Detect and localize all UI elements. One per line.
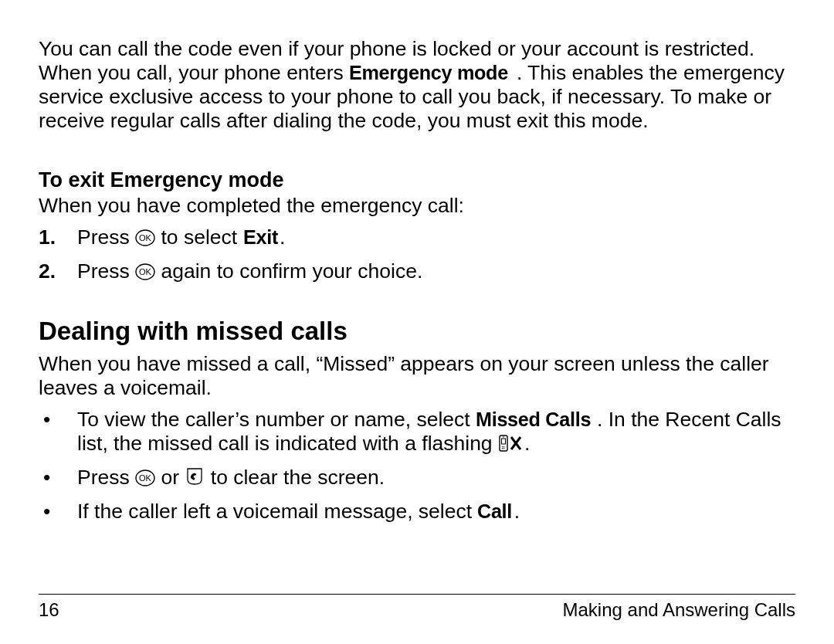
exit-mode-heading: To exit Emergency mode	[39, 133, 795, 194]
b2-pre: Press	[77, 466, 135, 489]
b2-post: to clear the screen.	[205, 466, 385, 489]
exit-lead-text: When you have completed the emergency ca…	[39, 194, 795, 218]
emergency-mode-term: Emergency mode	[349, 61, 508, 85]
b1-end: .	[524, 432, 530, 455]
missed-call-phone-icon	[498, 434, 524, 458]
missed-calls-heading: Dealing with missed calls	[39, 286, 795, 352]
exit-steps-list: 1. Press OK to select Exit. 2. Press OK …	[39, 225, 795, 286]
page-footer: 16 Making and Answering Calls	[39, 594, 795, 621]
bullet-icon: •	[43, 408, 50, 432]
step-1-pre: Press	[77, 225, 135, 249]
intro-paragraph: You can call the code even if your phone…	[39, 37, 795, 133]
ok-key-icon: OK	[135, 468, 155, 492]
missed-calls-label: Missed Calls	[476, 408, 591, 432]
svg-text:OK: OK	[139, 233, 152, 242]
bullet-view-caller: • To view the caller’s number or name, s…	[39, 408, 795, 458]
bullet-clear-screen: • Press OK or to clear the screen.	[39, 466, 795, 492]
svg-rect-10	[503, 448, 504, 449]
step-2-marker: 2.	[39, 259, 56, 283]
manual-page: You can call the code even if your phone…	[0, 0, 834, 644]
footer-row: 16 Making and Answering Calls	[39, 599, 795, 621]
step-1-end: .	[280, 225, 285, 249]
b2-or: or	[155, 466, 185, 489]
bullet-icon: •	[43, 500, 50, 524]
step-2-post: again to confirm your choice.	[155, 259, 422, 283]
end-key-icon	[185, 466, 205, 492]
svg-text:OK: OK	[139, 267, 152, 276]
svg-rect-7	[502, 446, 503, 447]
ok-key-icon: OK	[135, 228, 155, 252]
exit-label: Exit	[243, 225, 278, 249]
ok-key-icon: OK	[135, 262, 155, 286]
exit-step-1: 1. Press OK to select Exit.	[39, 225, 795, 252]
missed-calls-bullets: • To view the caller’s number or name, s…	[39, 408, 795, 524]
missed-intro-paragraph: When you have missed a call, “Missed” ap…	[39, 352, 795, 400]
svg-rect-9	[502, 448, 503, 449]
svg-rect-5	[501, 439, 505, 444]
page-number: 16	[39, 599, 59, 621]
section-title: Making and Answering Calls	[563, 599, 796, 621]
svg-text:OK: OK	[139, 473, 152, 483]
b3-pre: If the caller left a voicemail message, …	[77, 500, 477, 523]
call-label: Call	[477, 500, 512, 524]
b1-pre: To view the caller’s number or name, sel…	[77, 408, 476, 431]
b3-post: .	[514, 500, 520, 523]
exit-step-2: 2. Press OK again to confirm your choice…	[39, 259, 795, 286]
bullet-voicemail: • If the caller left a voicemail message…	[39, 500, 795, 524]
step-1-marker: 1.	[39, 225, 56, 249]
step-1-mid: to select	[155, 225, 242, 249]
svg-point-6	[503, 436, 504, 438]
footer-rule	[39, 594, 795, 595]
svg-rect-8	[503, 446, 504, 447]
bullet-icon: •	[43, 466, 50, 490]
step-2-pre: Press	[77, 259, 135, 283]
